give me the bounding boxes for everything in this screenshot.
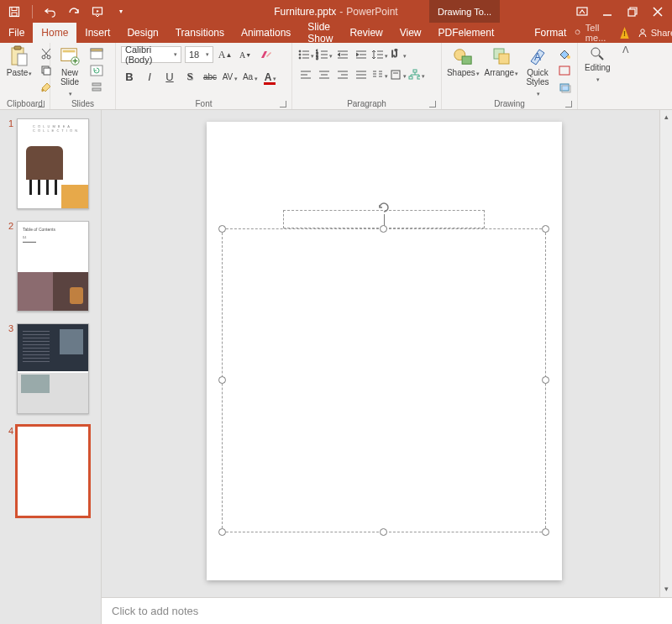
line-spacing-icon[interactable]: [371, 46, 388, 63]
document-filename: Furniture.pptx: [274, 6, 336, 18]
svg-rect-20: [63, 50, 76, 53]
layout-icon[interactable]: [89, 46, 104, 61]
scroll-up-icon[interactable]: ▴: [661, 112, 671, 122]
thumbnail-2[interactable]: 2 Table of Contents 04▬▬▬▬: [0, 218, 101, 320]
close-icon[interactable]: [652, 6, 664, 18]
start-slideshow-icon[interactable]: [92, 6, 103, 18]
tell-me-search[interactable]: Tell me...: [575, 23, 612, 43]
italic-button[interactable]: I: [141, 68, 158, 85]
clipboard-launcher-icon[interactable]: [38, 101, 45, 107]
tab-format[interactable]: Format: [526, 23, 575, 43]
tab-home[interactable]: Home: [33, 23, 76, 43]
thumbnail-4[interactable]: 4: [0, 422, 101, 525]
tab-pdfelement[interactable]: PDFelement: [430, 23, 503, 43]
clear-formatting-icon[interactable]: [257, 46, 274, 63]
resize-handle-nw[interactable]: [218, 225, 226, 233]
smartart-icon[interactable]: [408, 66, 425, 83]
arrange-button[interactable]: Arrange: [483, 45, 520, 80]
tab-transitions[interactable]: Transitions: [167, 23, 233, 43]
qat-more-icon[interactable]: ▾: [115, 6, 127, 18]
editing-button[interactable]: Editing: [581, 45, 614, 85]
justify-icon[interactable]: [353, 66, 370, 83]
resize-handle-e[interactable]: [542, 376, 549, 384]
save-icon[interactable]: [8, 6, 20, 18]
tab-design[interactable]: Design: [118, 23, 166, 43]
svg-rect-18: [44, 68, 50, 75]
group-editing: Editing: [578, 43, 620, 109]
notes-pane[interactable]: Click to add notes: [102, 597, 672, 624]
bold-button[interactable]: B: [121, 68, 138, 85]
paste-button[interactable]: Paste: [3, 45, 35, 80]
resize-handle-ne[interactable]: [542, 225, 549, 233]
resize-handle-sw[interactable]: [218, 528, 226, 536]
bullets-icon[interactable]: [297, 46, 314, 63]
slide-edit-area[interactable]: ▴ ▾ Click to add notes: [102, 110, 672, 624]
svg-text:3: 3: [316, 55, 318, 60]
resize-handle-s[interactable]: [380, 528, 387, 536]
text-direction-icon[interactable]: lĴ: [390, 46, 407, 63]
svg-point-11: [641, 29, 644, 33]
font-size-select[interactable]: 18▾: [185, 46, 213, 63]
decrease-font-icon[interactable]: A▼: [237, 46, 254, 63]
shadow-button[interactable]: S: [181, 68, 198, 85]
resize-handle-se[interactable]: [542, 528, 549, 536]
warning-icon[interactable]: [620, 27, 628, 39]
columns-icon[interactable]: [371, 66, 388, 83]
restore-icon[interactable]: [627, 6, 638, 18]
change-case-icon[interactable]: Aa: [242, 68, 259, 85]
tab-insert[interactable]: Insert: [76, 23, 118, 43]
tab-view[interactable]: View: [391, 23, 430, 43]
font-launcher-icon[interactable]: [280, 101, 286, 107]
paragraph-launcher-icon[interactable]: [429, 101, 436, 107]
svg-rect-6: [628, 9, 635, 16]
undo-icon[interactable]: [45, 6, 56, 18]
redo-icon[interactable]: [68, 6, 80, 18]
thumbnail-3[interactable]: 3: [0, 320, 101, 422]
align-right-icon[interactable]: [334, 66, 351, 83]
minimize-icon[interactable]: [601, 6, 613, 18]
drawing-launcher-icon[interactable]: [565, 101, 572, 107]
align-center-icon[interactable]: [316, 66, 333, 83]
thumbnail-1[interactable]: 1 C O L U M B E AC O L L E C T I O N: [0, 115, 101, 218]
window-controls: [576, 6, 672, 18]
align-left-icon[interactable]: [297, 66, 314, 83]
font-color-icon[interactable]: A: [262, 68, 279, 85]
tab-animations[interactable]: Animations: [233, 23, 299, 43]
thumbnail-preview: C O L U M B E AC O L L E C T I O N: [17, 118, 89, 209]
share-button[interactable]: Share: [638, 28, 672, 38]
slide-thumbnails-panel[interactable]: 1 C O L U M B E AC O L L E C T I O N 2 T…: [0, 110, 102, 624]
group-font-label: Font: [195, 99, 212, 108]
rotation-handle-icon[interactable]: [377, 201, 391, 214]
content-placeholder[interactable]: [222, 228, 546, 532]
strikethrough-button[interactable]: abc: [202, 68, 218, 85]
shape-outline-icon[interactable]: [557, 63, 572, 78]
ribbon-display-options-icon[interactable]: [576, 6, 588, 18]
scroll-down-icon[interactable]: ▾: [661, 584, 671, 594]
increase-font-icon[interactable]: A▲: [217, 46, 234, 63]
vertical-scrollbar[interactable]: ▴ ▾: [659, 110, 672, 624]
shape-effects-icon[interactable]: [557, 80, 572, 95]
shapes-button[interactable]: Shapes: [445, 45, 481, 80]
collapse-ribbon-icon[interactable]: ᐱ: [620, 43, 632, 109]
quick-styles-button[interactable]: A Quick Styles: [522, 45, 554, 99]
align-text-icon[interactable]: [390, 66, 407, 83]
slide-canvas[interactable]: [207, 122, 562, 580]
svg-point-29: [299, 54, 301, 55]
group-paragraph: 123 lĴ Paragraph: [292, 43, 442, 109]
char-spacing-icon[interactable]: AV: [222, 68, 239, 85]
increase-indent-icon[interactable]: [353, 46, 370, 63]
thumbnail-preview: [17, 426, 89, 517]
font-name-select[interactable]: Calibri (Body)▾: [121, 46, 181, 63]
section-icon[interactable]: [89, 80, 104, 95]
tab-review[interactable]: Review: [341, 23, 391, 43]
tab-file[interactable]: File: [0, 23, 33, 43]
new-slide-button[interactable]: New Slide: [54, 45, 86, 99]
decrease-indent-icon[interactable]: [334, 46, 351, 63]
numbering-icon[interactable]: 123: [316, 46, 333, 63]
tab-slideshow[interactable]: Slide Show: [299, 23, 341, 43]
resize-handle-n[interactable]: [380, 225, 387, 233]
underline-button[interactable]: U: [161, 68, 178, 85]
shape-fill-icon[interactable]: [557, 46, 572, 61]
reset-slide-icon[interactable]: [89, 63, 104, 78]
resize-handle-w[interactable]: [218, 376, 226, 384]
